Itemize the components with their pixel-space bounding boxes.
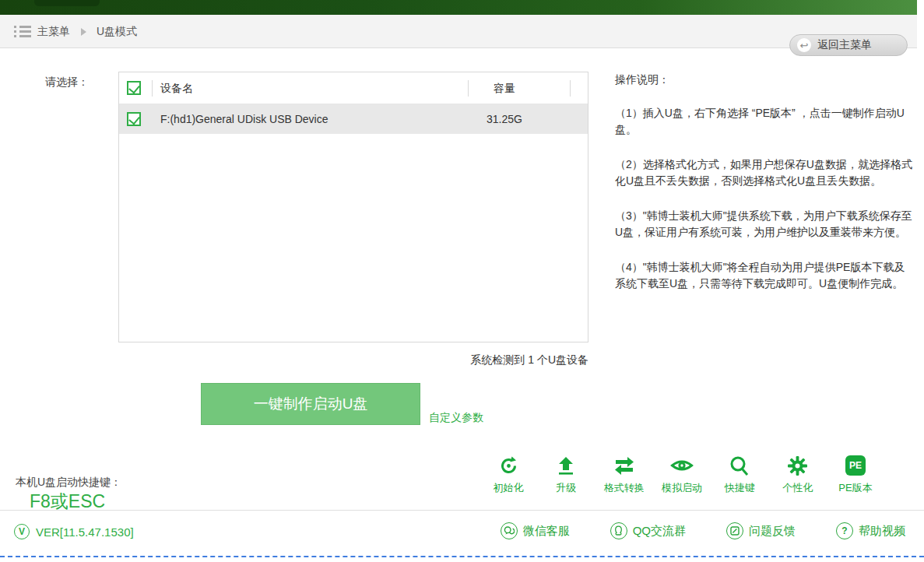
qq-icon [610, 522, 627, 539]
instruction-step-4: （4）"韩博士装机大师"将全程自动为用户提供PE版本下载及系统下载至U盘，只需等… [615, 259, 912, 292]
breadcrumb-current-page: U盘模式 [97, 15, 137, 47]
footer-link-qq-group[interactable]: QQ交流群 [610, 522, 686, 539]
breadcrumb-main-menu[interactable]: 主菜单 [37, 15, 70, 47]
device-capacity-cell: 31.25G [454, 104, 555, 134]
column-header-capacity: 容量 [454, 72, 555, 104]
device-name-cell: F:(hd1)General UDisk USB Device [160, 104, 328, 134]
toolbar-item-shortcut-key[interactable]: 快捷键 [717, 454, 762, 501]
toolbar-item-simulate-boot[interactable]: 模拟启动 [659, 454, 704, 501]
footer-links: 微信客服 QQ交流群 问题反馈 [501, 522, 905, 539]
instruction-step-2: （2）选择格式化方式，如果用户想保存U盘数据，就选择格式化U盘且不丢失数据，否则… [615, 156, 912, 189]
header-divider [152, 80, 153, 97]
device-table-header: 设备名 容量 [119, 72, 588, 104]
footer-link-label: QQ交流群 [633, 524, 686, 539]
device-table-row[interactable]: F:(hd1)General UDisk USB Device 31.25G [119, 104, 588, 134]
custom-params-link[interactable]: 自定义参数 [429, 411, 483, 425]
header-divider [570, 80, 571, 97]
footer-link-label: 帮助视频 [859, 524, 905, 539]
search-icon [729, 454, 750, 477]
back-to-main-menu-button[interactable]: ↩ 返回主菜单 [789, 34, 908, 56]
pe-badge-icon: PE [845, 454, 866, 477]
instruction-step-3: （3）"韩博士装机大师"提供系统下载，为用户下载系统保存至U盘，保证用户有系统可… [615, 208, 912, 241]
wechat-icon [501, 522, 518, 539]
convert-icon [613, 454, 636, 477]
window-top-tab [34, 0, 100, 6]
version-text: VER[11.5.47.1530] [36, 525, 134, 539]
boot-hotkey-label: 本机U盘启动快捷键： [16, 476, 121, 490]
toolbar-label: 个性化 [782, 481, 813, 495]
gear-icon [787, 454, 808, 477]
back-button-label: 返回主菜单 [817, 38, 872, 52]
footer-link-wechat-support[interactable]: 微信客服 [501, 522, 570, 539]
bottom-dashed-line [0, 556, 924, 557]
breadcrumb-arrow-icon [81, 28, 86, 36]
select-all-checkbox[interactable] [127, 81, 141, 95]
toolbar-label: PE版本 [838, 481, 872, 495]
toolbar-label: 升级 [556, 481, 576, 495]
toolbar-item-pe-version[interactable]: PE PE版本 [833, 454, 878, 501]
make-boot-usb-button[interactable]: 一键制作启动U盘 [201, 383, 420, 425]
footer-link-label: 问题反馈 [749, 524, 796, 539]
footer-link-feedback[interactable]: 问题反馈 [726, 522, 796, 539]
detected-devices-text: 系统检测到 1 个U盘设备 [470, 353, 588, 367]
operation-instructions: 操作说明： （1）插入U盘，右下角选择 “PE版本” ，点击一键制作启动U盘。 … [615, 73, 912, 311]
breadcrumb-bar: 主菜单 U盘模式 ↩ 返回主菜单 [0, 15, 917, 48]
app-window: 主菜单 U盘模式 ↩ 返回主菜单 请选择： 设备名 容量 F:(hd1)Gene… [0, 0, 924, 562]
make-boot-usb-label: 一键制作启动U盘 [254, 394, 368, 414]
device-table: 设备名 容量 F:(hd1)General UDisk USB Device 3… [118, 72, 588, 342]
toolbar-item-initialize[interactable]: 初始化 [486, 454, 531, 501]
footer-link-label: 微信客服 [523, 524, 570, 539]
toolbar-label: 格式转换 [604, 481, 645, 495]
bottom-toolbar: 初始化 升级 格式转换 [486, 454, 878, 501]
select-device-label: 请选择： [45, 76, 89, 90]
toolbar-label: 模拟启动 [662, 481, 702, 495]
column-header-device-name: 设备名 [160, 72, 193, 104]
version-badge-icon: V [14, 524, 30, 539]
footer-link-help-video[interactable]: ? 帮助视频 [836, 522, 905, 539]
toolbar-label: 初始化 [494, 481, 524, 495]
toolbar-label: 快捷键 [725, 481, 755, 495]
footer-bar: V VER[11.5.47.1530] 微信客服 [0, 510, 924, 554]
instruction-step-1: （1）插入U盘，右下角选择 “PE版本” ，点击一键制作启动U盘。 [615, 105, 912, 138]
menu-list-icon [14, 26, 31, 38]
help-icon: ? [836, 522, 853, 539]
toolbar-item-upgrade[interactable]: 升级 [543, 454, 588, 501]
reset-icon [498, 454, 519, 477]
window-top-banner [0, 0, 917, 15]
toolbar-item-personalize[interactable]: 个性化 [775, 454, 820, 501]
toolbar-item-format-convert[interactable]: 格式转换 [602, 454, 647, 501]
upload-icon [556, 454, 576, 477]
eye-icon [670, 454, 694, 477]
pe-badge-text: PE [845, 455, 866, 476]
instructions-title: 操作说明： [615, 73, 912, 87]
device-row-checkbox[interactable] [127, 112, 141, 126]
back-arrow-icon: ↩ [797, 38, 811, 52]
version-info: V VER[11.5.47.1530] [14, 524, 134, 539]
feedback-icon [726, 522, 743, 539]
